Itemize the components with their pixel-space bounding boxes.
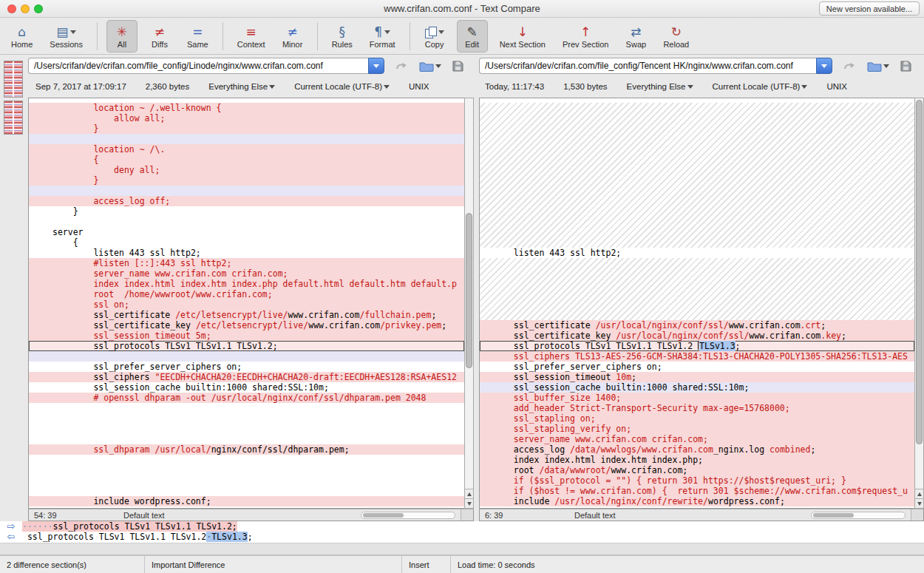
code-line[interactable] bbox=[29, 351, 464, 362]
diff-map-lower[interactable] bbox=[4, 101, 23, 135]
line-endings-dropdown[interactable]: UNIX bbox=[409, 82, 429, 91]
curved-arrow-icon[interactable] bbox=[843, 61, 856, 71]
code-line[interactable] bbox=[29, 455, 464, 465]
scrollbar-thumb[interactable] bbox=[813, 513, 854, 518]
curved-arrow-icon[interactable] bbox=[395, 61, 408, 71]
right-code-editor[interactable]: listen 443 ssl http2; ssl_certificate /u… bbox=[479, 98, 914, 509]
code-line[interactable]: ssl_buffer_size 1400; bbox=[480, 393, 914, 403]
save-icon[interactable] bbox=[900, 61, 911, 72]
pane-grip[interactable] bbox=[911, 509, 923, 521]
scrollbar-thumb[interactable] bbox=[466, 213, 472, 368]
code-line[interactable] bbox=[29, 465, 464, 475]
code-line[interactable]: server_name www.crifan.com crifan.com; bbox=[29, 268, 464, 279]
code-line[interactable]: index index.html index.htm index.php def… bbox=[29, 279, 464, 289]
code-line[interactable]: allow all; bbox=[29, 113, 464, 123]
browse-folder-button[interactable] bbox=[867, 61, 889, 72]
code-line[interactable]: access_log /data/wwwlogs/www.crifan.com_… bbox=[480, 444, 914, 455]
code-line[interactable]: root /data/wwwroot/www.crifan.com; bbox=[480, 465, 914, 475]
detail-right-line[interactable]: ⇦ ssl_protocols TLSv1 TLSv1.1 TLSv1.2·TL… bbox=[0, 532, 924, 542]
toolbar-home-button[interactable]: ⌂Home bbox=[6, 20, 38, 52]
code-line[interactable] bbox=[29, 424, 464, 434]
code-line[interactable]: } bbox=[29, 123, 464, 134]
code-line[interactable]: } bbox=[29, 175, 464, 186]
pane-grip[interactable] bbox=[461, 509, 473, 521]
code-line[interactable]: ssl_stapling_verify on; bbox=[480, 424, 914, 434]
left-path-input[interactable]: /Users/crifan/dev/crifan.com/file_config… bbox=[28, 58, 368, 74]
toolbar-format-button[interactable]: ¶Format bbox=[364, 20, 401, 52]
code-line[interactable]: deny all; bbox=[29, 165, 464, 175]
code-line[interactable] bbox=[29, 403, 464, 413]
code-line[interactable]: # openssl dhparam -out /usr/local/nginx/… bbox=[29, 393, 464, 403]
toolbar-swap-button[interactable]: ⇄Swap bbox=[620, 20, 651, 52]
current-diff-line[interactable]: ssl_protocols TLSv1 TLSv1.1 TLSv1.2; bbox=[29, 341, 464, 351]
code-line[interactable] bbox=[29, 186, 464, 196]
code-line[interactable]: ssl_dhparam /usr/local/nginx/conf/ssl/dh… bbox=[29, 444, 464, 455]
code-line[interactable]: location ~ /\. bbox=[29, 144, 464, 155]
code-line[interactable]: access_log off; bbox=[29, 196, 464, 206]
code-line[interactable]: ssl_session_cache builtin:1000 shared:SS… bbox=[29, 382, 464, 393]
code-line[interactable] bbox=[29, 486, 464, 496]
right-path-dropdown-button[interactable] bbox=[816, 58, 832, 74]
code-line[interactable]: ssl_prefer_server_ciphers on; bbox=[29, 362, 464, 372]
code-line[interactable]: #listen [::]:443 ssl http2; bbox=[29, 258, 464, 268]
right-path-input[interactable]: /Users/crifan/dev/crifan.com/file_config… bbox=[479, 58, 816, 74]
left-path-dropdown-button[interactable] bbox=[368, 58, 384, 74]
toolbar-prev-section-button[interactable]: ↑Prev Section bbox=[557, 20, 614, 52]
encoding-dropdown[interactable]: Current Locale (UTF-8) bbox=[294, 82, 390, 91]
code-line[interactable] bbox=[29, 217, 464, 227]
scrollbar-thumb[interactable] bbox=[916, 100, 923, 444]
code-line[interactable]: index index.html index.htm index.php; bbox=[480, 455, 914, 465]
scroll-down-button[interactable] bbox=[465, 498, 473, 508]
code-line[interactable]: include /usr/local/nginx/conf/rewrite/wo… bbox=[480, 496, 914, 506]
save-icon[interactable] bbox=[452, 61, 463, 72]
code-line[interactable]: server bbox=[29, 227, 464, 237]
filter-dropdown[interactable]: Everything Else bbox=[208, 82, 275, 91]
code-line[interactable]: ssl on; bbox=[29, 299, 464, 310]
code-line[interactable]: if ($host != www.crifan.com) { return 30… bbox=[480, 486, 914, 496]
code-line[interactable]: include wordpress.conf; bbox=[29, 496, 464, 506]
code-line[interactable]: listen 443 ssl http2; bbox=[480, 248, 914, 258]
code-line[interactable]: { bbox=[29, 237, 464, 248]
left-code-editor[interactable]: location ~ /.well-known { allow all; } l… bbox=[28, 98, 464, 509]
horizontal-scrollbar[interactable] bbox=[361, 512, 455, 519]
code-line[interactable]: ssl_ciphers "EECDH+CHACHA20:EECDH+CHACHA… bbox=[29, 372, 464, 382]
toolbar-rules-button[interactable]: §Rules bbox=[327, 20, 358, 52]
toolbar-minor-button[interactable]: ≠Minor bbox=[277, 20, 308, 52]
scroll-up-button[interactable] bbox=[465, 489, 473, 498]
toolbar-edit-button[interactable]: ✎Edit bbox=[457, 20, 488, 52]
toolbar-next-section-button[interactable]: ↓Next Section bbox=[495, 20, 551, 52]
code-line[interactable]: if ($ssl_protocol = "") { return 301 htt… bbox=[480, 475, 914, 486]
code-line[interactable] bbox=[29, 434, 464, 444]
toolbar-context-button[interactable]: ≡Context bbox=[232, 20, 271, 52]
toolbar-all-button[interactable]: ✳All bbox=[106, 20, 137, 52]
code-line[interactable]: ssl_certificate_key /etc/letsencrypt/liv… bbox=[29, 320, 464, 330]
code-line[interactable] bbox=[29, 475, 464, 486]
scroll-up-button[interactable] bbox=[915, 489, 923, 498]
code-line[interactable]: add_header Strict-Transport-Security max… bbox=[480, 403, 914, 413]
code-line[interactable]: } bbox=[29, 206, 464, 217]
code-line[interactable]: ssl_session_timeout 10m; bbox=[480, 372, 914, 382]
browse-folder-button[interactable] bbox=[419, 61, 441, 72]
toolbar-diffs-button[interactable]: ≠Diffs bbox=[144, 20, 175, 52]
diff-map-upper[interactable] bbox=[4, 61, 23, 98]
horizontal-scrollbar[interactable] bbox=[811, 512, 906, 519]
toolbar-same-button[interactable]: =Same bbox=[182, 20, 214, 52]
line-endings-dropdown[interactable]: UNIX bbox=[826, 82, 846, 91]
code-line[interactable]: ssl_certificate /usr/local/nginx/conf/ss… bbox=[480, 320, 914, 330]
code-line[interactable]: ssl_prefer_server_ciphers on; bbox=[480, 362, 914, 372]
code-line[interactable]: location ~ /.well-known { bbox=[29, 103, 464, 113]
code-line[interactable]: ssl_certificate_key /usr/local/nginx/con… bbox=[480, 330, 914, 341]
toolbar-reload-button[interactable]: ↻Reload bbox=[658, 20, 694, 52]
code-line[interactable]: ssl_stapling on; bbox=[480, 413, 914, 424]
code-line[interactable] bbox=[29, 413, 464, 424]
detail-left-line[interactable]: ⇨······ssl_protocols TLSv1 TLSv1.1 TLSv1… bbox=[0, 521, 924, 532]
left-vertical-scrollbar[interactable] bbox=[464, 98, 474, 509]
filter-dropdown[interactable]: Everything Else bbox=[627, 82, 693, 91]
toolbar-copy-button[interactable]: Copy bbox=[419, 20, 450, 52]
right-vertical-scrollbar[interactable] bbox=[914, 98, 924, 509]
code-line[interactable]: ssl_certificate /etc/letsencrypt/live/ww… bbox=[29, 310, 464, 320]
encoding-dropdown[interactable]: Current Locale (UTF-8) bbox=[713, 82, 808, 91]
code-line[interactable] bbox=[29, 134, 464, 144]
toolbar-sessions-button[interactable]: ▤Sessions bbox=[44, 20, 88, 52]
code-line[interactable]: root /home/wwwroot/www.crifan.com; bbox=[29, 289, 464, 299]
